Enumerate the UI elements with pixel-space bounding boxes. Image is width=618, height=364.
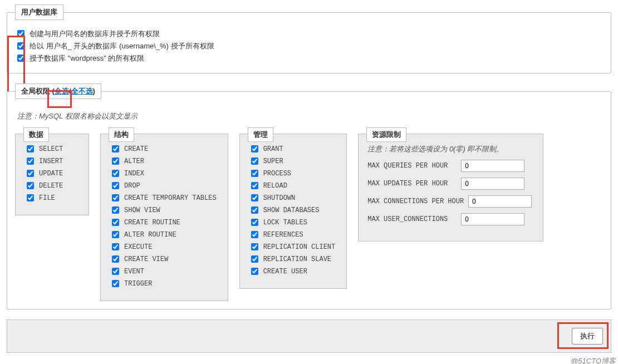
privilege-label: REPLICATION CLIENT — [263, 243, 336, 251]
privilege-checkbox[interactable] — [251, 158, 258, 165]
select-all-link[interactable]: 全选 — [55, 87, 69, 95]
privilege-checkbox[interactable] — [27, 170, 34, 177]
privilege-row: ALTER ROUTINE — [110, 229, 217, 240]
privilege-row: SUPER — [249, 156, 336, 166]
privilege-checkbox[interactable] — [27, 194, 34, 201]
privilege-label: INDEX — [124, 170, 144, 178]
privilege-checkbox[interactable] — [112, 255, 119, 263]
privilege-checkbox[interactable] — [251, 194, 258, 201]
resource-limits-box: 资源限制 注意：若将这些选项设为 0(零) 即不限制。 MAX QUERIES … — [358, 134, 543, 242]
privilege-checkbox[interactable] — [251, 231, 258, 238]
structure-box-title: 结构 — [109, 127, 134, 142]
watermark-text: @51CTO博客 — [571, 356, 616, 364]
resource-note: 注意：若将这些选项设为 0(零) 即不限制。 — [367, 144, 532, 154]
privilege-label: SHUTDOWN — [263, 194, 296, 202]
data-privileges-box: 数据 SELECTINSERTUPDATEDELETEFILE — [15, 134, 89, 215]
privilege-label: CREATE — [124, 145, 148, 153]
privilege-row: REPLICATION SLAVE — [249, 254, 336, 264]
resource-input[interactable] — [461, 160, 524, 172]
privilege-checkbox[interactable] — [112, 219, 119, 226]
privilege-checkbox[interactable] — [251, 170, 258, 177]
global-privileges-fieldset: 全局权限 (全选/全不选) 注意：MySQL 权限名称会以英文显示 数据 SEL… — [7, 83, 611, 309]
user-db-checkbox[interactable] — [17, 55, 24, 62]
privilege-row: PROCESS — [249, 168, 336, 179]
privilege-row: LOCK TABLES — [249, 217, 336, 228]
privilege-checkbox[interactable] — [27, 182, 34, 189]
resource-box-title: 资源限制 — [366, 127, 406, 142]
privilege-checkbox[interactable] — [251, 145, 258, 153]
privilege-checkbox[interactable] — [112, 206, 119, 214]
privilege-row: UPDATE — [24, 168, 77, 179]
mysql-english-note: 注意：MySQL 权限名称会以英文显示 — [17, 111, 601, 121]
privilege-row: GRANT — [249, 144, 336, 154]
privilege-row: TRIGGER — [110, 278, 217, 289]
execute-button[interactable]: 执行 — [572, 328, 603, 345]
privilege-label: CREATE TEMPORARY TABLES — [124, 194, 217, 202]
privilege-checkbox[interactable] — [112, 170, 119, 177]
privilege-label: RELOAD — [263, 182, 287, 190]
privilege-label: EVENT — [124, 268, 144, 276]
privilege-label: ALTER — [124, 158, 144, 165]
privilege-row: DROP — [110, 180, 217, 191]
privilege-checkbox[interactable] — [27, 158, 34, 165]
user-database-legend: 用户数据库 — [15, 4, 63, 20]
privilege-checkbox[interactable] — [112, 231, 119, 238]
privilege-row: ALTER — [110, 156, 217, 166]
privilege-row: SHOW DATABASES — [249, 205, 336, 215]
user-db-checkbox[interactable] — [17, 42, 24, 50]
privilege-row: REFERENCES — [249, 229, 336, 240]
resource-row: MAX QUERIES PER HOUR — [367, 160, 532, 172]
privilege-checkbox[interactable] — [27, 145, 34, 153]
data-box-title: 数据 — [23, 127, 49, 142]
resource-label: MAX USER_CONNECTIONS — [367, 215, 457, 223]
privilege-checkbox[interactable] — [112, 194, 119, 201]
privilege-checkbox[interactable] — [251, 219, 258, 226]
resource-input[interactable] — [461, 178, 524, 190]
privilege-row: RELOAD — [249, 180, 336, 191]
privilege-checkbox[interactable] — [251, 206, 258, 214]
privilege-checkbox[interactable] — [112, 243, 119, 250]
resource-input[interactable] — [461, 213, 524, 225]
privilege-label: ALTER ROUTINE — [124, 231, 176, 239]
user-db-label: 授予数据库 "wordpress" 的所有权限 — [30, 53, 144, 63]
deselect-all-link[interactable]: 全不选 — [71, 87, 93, 95]
privilege-label: SUPER — [263, 158, 283, 165]
user-db-options: 创建与用户同名的数据库并授予所有权限给以 用户名_ 开头的数据库 (userna… — [15, 28, 603, 63]
privilege-row: REPLICATION CLIENT — [249, 242, 336, 252]
privilege-label: SHOW DATABASES — [263, 206, 320, 214]
privilege-label: DROP — [124, 182, 140, 190]
privilege-label: GRANT — [263, 145, 283, 153]
privilege-checkbox[interactable] — [112, 158, 119, 165]
privilege-label: REPLICATION SLAVE — [263, 255, 331, 263]
privilege-checkbox[interactable] — [251, 182, 258, 189]
user-db-option: 授予数据库 "wordpress" 的所有权限 — [15, 53, 603, 63]
privilege-label: REFERENCES — [263, 231, 303, 239]
privilege-row: SELECT — [24, 144, 77, 154]
privilege-label: FILE — [39, 194, 55, 202]
privilege-checkbox[interactable] — [112, 280, 119, 287]
privilege-checkbox[interactable] — [251, 243, 258, 250]
privilege-row: CREATE VIEW — [110, 254, 217, 264]
footer-bar: 执行 — [7, 319, 611, 353]
privilege-checkbox[interactable] — [112, 268, 119, 275]
resource-label: MAX CONNECTIONS PER HOUR — [367, 198, 464, 205]
privilege-row: CREATE USER — [249, 266, 336, 277]
resource-label: MAX UPDATES PER HOUR — [367, 180, 457, 188]
privilege-label: CREATE VIEW — [124, 255, 168, 263]
user-db-checkbox[interactable] — [17, 30, 24, 37]
user-db-label: 创建与用户同名的数据库并授予所有权限 — [30, 29, 160, 39]
privilege-row: SHUTDOWN — [249, 193, 336, 203]
privilege-row: CREATE — [110, 144, 217, 154]
privilege-row: DELETE — [24, 180, 77, 191]
user-db-label: 给以 用户名_ 开头的数据库 (username\_%) 授予所有权限 — [30, 41, 214, 51]
structure-privileges-box: 结构 CREATEALTERINDEXDROPCREATE TEMPORARY … — [100, 134, 228, 301]
privilege-checkbox[interactable] — [112, 145, 119, 153]
user-db-option: 给以 用户名_ 开头的数据库 (username\_%) 授予所有权限 — [15, 41, 603, 51]
privilege-checkbox[interactable] — [251, 268, 258, 275]
privilege-row: INSERT — [24, 156, 77, 166]
privilege-checkbox[interactable] — [112, 182, 119, 189]
privilege-checkbox[interactable] — [251, 255, 258, 263]
privilege-row: CREATE ROUTINE — [110, 217, 217, 228]
resource-input[interactable] — [468, 195, 532, 208]
global-privileges-legend: 全局权限 (全选/全不选) — [15, 83, 101, 99]
